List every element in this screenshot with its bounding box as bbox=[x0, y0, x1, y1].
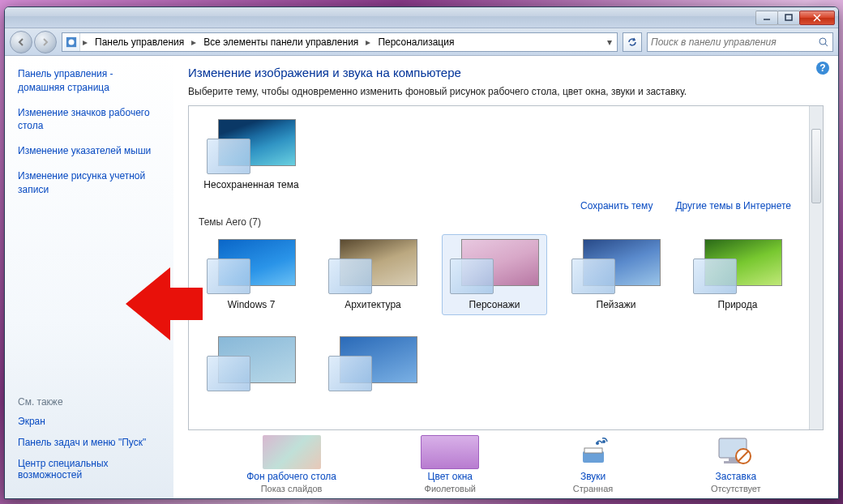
svg-marker-19 bbox=[126, 267, 203, 340]
see-also-label: См. также bbox=[18, 396, 160, 408]
theme-card[interactable]: Несохраненная тема bbox=[199, 114, 304, 195]
breadcrumb[interactable]: ▸ Панель управления ▸ Все элементы панел… bbox=[62, 32, 618, 52]
svg-rect-11 bbox=[584, 448, 602, 453]
theme-label: Природа bbox=[718, 299, 758, 310]
svg-point-5 bbox=[68, 39, 74, 45]
breadcrumb-item[interactable]: Все элементы панели управления bbox=[199, 35, 363, 49]
search-box[interactable] bbox=[647, 32, 833, 52]
help-icon[interactable]: ? bbox=[815, 61, 830, 75]
section-header: Темы Aero (7) bbox=[199, 216, 799, 228]
forward-button[interactable] bbox=[34, 31, 57, 53]
scrollbar[interactable] bbox=[809, 106, 823, 429]
titlebar bbox=[5, 7, 838, 28]
sidebar-link[interactable]: Изменение значков рабочего стола bbox=[18, 106, 160, 134]
themes-list: Несохраненная тема Сохранить тему Другие… bbox=[188, 105, 824, 430]
wallpaper-icon bbox=[263, 435, 321, 469]
sidebar-secondary-link[interactable]: Панель задач и меню "Пуск" bbox=[18, 437, 160, 448]
theme-label: Пейзажи bbox=[597, 299, 636, 310]
theme-label: Windows 7 bbox=[228, 299, 276, 310]
chevron-right-icon: ▸ bbox=[80, 36, 90, 48]
svg-point-12 bbox=[596, 442, 599, 445]
theme-card[interactable]: Архитектура bbox=[320, 234, 426, 315]
theme-card[interactable]: Windows 7 bbox=[199, 234, 304, 315]
theme-card-selected[interactable]: Персонажи bbox=[442, 234, 547, 315]
save-theme-link[interactable]: Сохранить тему bbox=[580, 200, 653, 211]
minimize-button[interactable] bbox=[755, 11, 778, 25]
theme-card[interactable]: Природа bbox=[685, 234, 790, 315]
theme-card[interactable] bbox=[199, 331, 304, 396]
theme-label: Архитектура bbox=[344, 299, 401, 310]
screensaver-option[interactable]: Заставка Отсутствует bbox=[707, 435, 765, 493]
address-bar: ▸ Панель управления ▸ Все элементы панел… bbox=[5, 28, 838, 56]
breadcrumb-item[interactable]: Панель управления bbox=[90, 35, 189, 49]
sounds-icon bbox=[564, 435, 623, 469]
refresh-button[interactable] bbox=[623, 32, 642, 52]
more-themes-link[interactable]: Другие темы в Интернете bbox=[675, 200, 791, 211]
svg-point-13 bbox=[602, 440, 606, 443]
annotation-arrow bbox=[126, 251, 207, 357]
sidebar-link[interactable]: Изменение указателей мыши bbox=[18, 144, 160, 158]
theme-card[interactable]: Пейзажи bbox=[563, 234, 669, 315]
sidebar-secondary-link[interactable]: Экран bbox=[18, 416, 160, 427]
sidebar-link[interactable]: Изменение рисунка учетной записи bbox=[18, 169, 160, 197]
search-input[interactable] bbox=[651, 36, 818, 48]
back-button[interactable] bbox=[10, 31, 32, 53]
sounds-option[interactable]: Звуки Странная bbox=[564, 435, 623, 493]
main-panel: ? Изменение изображения и звука на компь… bbox=[173, 56, 838, 498]
window-color-option[interactable]: Цвет окна Фиолетовый bbox=[421, 435, 479, 493]
desktop-background-option[interactable]: Фон рабочего стола Показ слайдов bbox=[246, 435, 336, 493]
theme-label: Персонажи bbox=[469, 299, 520, 310]
page-subtitle: Выберите тему, чтобы одновременно измени… bbox=[188, 86, 824, 97]
theme-card[interactable] bbox=[320, 331, 426, 396]
svg-text:?: ? bbox=[819, 62, 825, 74]
svg-point-6 bbox=[819, 38, 826, 45]
theme-label: Несохраненная тема bbox=[203, 179, 298, 190]
dropdown-icon[interactable]: ▾ bbox=[602, 36, 617, 48]
bottom-options: Фон рабочего стола Показ слайдов Цвет ок… bbox=[188, 430, 824, 493]
control-panel-icon bbox=[62, 33, 80, 51]
search-icon bbox=[818, 36, 829, 48]
close-button[interactable] bbox=[799, 11, 835, 25]
sidebar-secondary-link[interactable]: Центр специальных возможностей bbox=[18, 458, 160, 481]
svg-rect-1 bbox=[785, 15, 792, 20]
screensaver-icon bbox=[707, 435, 765, 469]
sidebar-link[interactable]: Панель управления - домашняя страница bbox=[18, 67, 160, 95]
color-swatch-icon bbox=[421, 435, 479, 469]
chevron-right-icon: ▸ bbox=[189, 36, 199, 48]
page-title: Изменение изображения и звука на компьют… bbox=[188, 66, 824, 79]
chevron-right-icon: ▸ bbox=[363, 36, 373, 48]
breadcrumb-item[interactable]: Персонализация bbox=[373, 35, 459, 49]
svg-line-7 bbox=[825, 44, 828, 46]
maximize-button[interactable] bbox=[777, 11, 800, 25]
